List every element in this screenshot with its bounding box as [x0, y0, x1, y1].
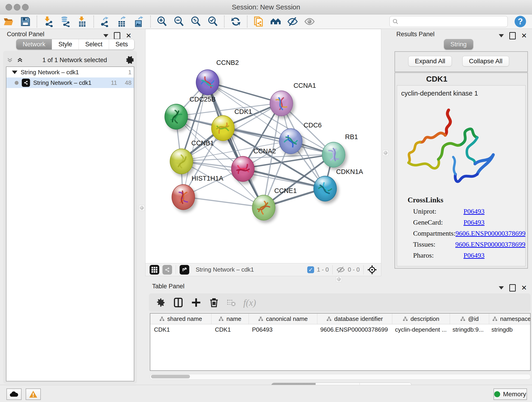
- network-row[interactable]: String Network – cdk1 11 48: [6, 77, 134, 88]
- tree-expand-icon[interactable]: [12, 70, 17, 74]
- table-cell[interactable]: P06493: [248, 324, 317, 335]
- export-table-button[interactable]: [116, 16, 128, 27]
- close-panel-icon[interactable]: ✕: [521, 284, 527, 291]
- save-session-button[interactable]: [19, 16, 32, 27]
- network-collection-row[interactable]: String Network – cdk1 1: [6, 67, 134, 77]
- search-icon: [393, 19, 399, 25]
- open-in-window-icon[interactable]: [180, 265, 189, 274]
- network-node-CDC25B[interactable]: [165, 104, 188, 129]
- crosslink-link[interactable]: P06493: [463, 251, 485, 259]
- export-network-button[interactable]: [99, 16, 111, 27]
- table-horizontal-scrollbar[interactable]: [150, 374, 531, 380]
- tab-sets[interactable]: Sets: [109, 39, 134, 50]
- table-cell[interactable]: CDK1: [150, 324, 211, 335]
- table-cell[interactable]: 9606.ENSP00000378699: [317, 324, 391, 335]
- zoom-out-button[interactable]: [173, 16, 185, 27]
- export-image-button[interactable]: [133, 16, 145, 27]
- close-panel-icon[interactable]: ✕: [521, 32, 527, 39]
- table-gear-icon[interactable]: [155, 298, 165, 307]
- float-panel-icon[interactable]: [114, 32, 120, 39]
- home-networks-button[interactable]: [270, 16, 282, 27]
- collapse-panel-icon[interactable]: [103, 34, 108, 37]
- network-node-CDKN1A[interactable]: [313, 176, 337, 201]
- network-node-CCNE1[interactable]: [252, 195, 275, 220]
- close-panel-icon[interactable]: ✕: [126, 32, 132, 39]
- zoom-in-button[interactable]: [156, 16, 168, 27]
- network-node-HIST1H1A[interactable]: [172, 184, 195, 210]
- search-input[interactable]: [399, 18, 505, 26]
- right-splitter-handle[interactable]: [383, 150, 388, 156]
- network-node-CCNA2[interactable]: [231, 156, 254, 182]
- network-node-CCNB2[interactable]: [196, 70, 219, 95]
- zoom-selected-button[interactable]: [207, 16, 219, 27]
- float-panel-icon[interactable]: [509, 284, 516, 292]
- scrollbar-thumb[interactable]: [151, 375, 190, 378]
- gear-icon[interactable]: [126, 56, 134, 64]
- crosslink-link[interactable]: P06493: [463, 218, 485, 226]
- network-node-CCNA1[interactable]: [270, 90, 293, 116]
- crosslink-link[interactable]: 9606.ENSP00000378699: [456, 230, 526, 237]
- column-header-name[interactable]: name: [211, 313, 249, 324]
- collection-count: 1: [128, 69, 132, 76]
- search-field[interactable]: [389, 16, 508, 27]
- entry-description: cyclin-dependent kinase 1: [401, 89, 525, 97]
- tab-style[interactable]: Style: [52, 39, 79, 50]
- delete-column-icon[interactable]: [209, 298, 219, 307]
- cdk1-section-header[interactable]: CDK1: [395, 73, 527, 85]
- cdk1-section: CDK1 cyclin-dependent kinase 1 Cross: [394, 72, 528, 269]
- show-columns-icon[interactable]: [173, 298, 183, 307]
- column-header-shared-name[interactable]: shared name: [150, 313, 211, 324]
- import-table-button[interactable]: [76, 16, 88, 27]
- float-panel-icon[interactable]: [509, 32, 516, 39]
- help-button[interactable]: ?: [515, 16, 526, 27]
- open-session-button[interactable]: [2, 16, 14, 27]
- crosslink-link[interactable]: P06493: [463, 207, 485, 215]
- birdseye-crosshair-icon[interactable]: [367, 265, 377, 274]
- crosslink-link[interactable]: 9606.ENSP00000378699: [455, 240, 525, 248]
- network-node-RB1[interactable]: [322, 142, 345, 167]
- tab-string[interactable]: String: [444, 39, 473, 50]
- share-document-button[interactable]: [253, 16, 265, 27]
- zoom-fit-icon: [190, 16, 201, 27]
- expand-all-icon[interactable]: [16, 57, 24, 64]
- crosslink-row: GeneCard:P06493: [413, 218, 525, 226]
- memory-status-dot: [494, 391, 500, 397]
- table-cell[interactable]: stringdb: [488, 324, 531, 335]
- column-header-canonical-name[interactable]: canonical name: [249, 313, 317, 324]
- refresh-view-button[interactable]: [230, 16, 242, 27]
- table-cell[interactable]: CDK1: [211, 324, 248, 335]
- hidden-eye-icon[interactable]: [336, 266, 345, 273]
- hide-panel-eye-button[interactable]: [287, 16, 298, 27]
- network-node-CDK1[interactable]: [211, 115, 234, 141]
- network-share-icon[interactable]: [162, 265, 172, 274]
- memory-button[interactable]: Memory: [494, 389, 527, 400]
- left-splitter-handle[interactable]: [139, 205, 145, 211]
- table-cell[interactable]: cyclin-dependent ...: [391, 324, 449, 335]
- tab-network[interactable]: Network: [16, 39, 52, 50]
- column-header-namespace[interactable]: namespace: [489, 313, 531, 324]
- cloud-status-button[interactable]: [6, 389, 22, 400]
- column-header-database-identifier[interactable]: database identifier: [317, 313, 392, 324]
- network-node-CCNB1[interactable]: [170, 148, 193, 174]
- column-header-description[interactable]: description: [392, 313, 450, 324]
- warning-status-button[interactable]: [26, 389, 41, 400]
- column-header--id[interactable]: @id: [450, 313, 489, 324]
- collapse-panel-icon[interactable]: [499, 286, 504, 289]
- network-canvas[interactable]: CCNB2CCNA1CDC25BCDK1CDC6RB1CCNB1CCNA2CDK…: [145, 29, 381, 264]
- tab-select[interactable]: Select: [79, 39, 109, 50]
- collapse-all-icon[interactable]: [6, 57, 14, 64]
- zoom-fit-button[interactable]: [190, 16, 202, 27]
- edge-count: 48: [125, 79, 132, 86]
- collapse-all-button[interactable]: Collapse All: [462, 56, 509, 66]
- table-cell[interactable]: stringdb:9...: [449, 324, 488, 335]
- bottom-splitter-handle[interactable]: [336, 276, 342, 282]
- add-column-icon[interactable]: [191, 298, 201, 307]
- collapse-panel-icon[interactable]: [499, 34, 504, 37]
- show-panel-eye-button[interactable]: [304, 16, 316, 27]
- network-node-CDC6[interactable]: [279, 128, 302, 154]
- import-network-file-button[interactable]: [42, 16, 54, 27]
- import-network-database-button[interactable]: [59, 16, 71, 27]
- grid-view-icon[interactable]: [150, 265, 159, 274]
- selected-checkbox[interactable]: ✓: [307, 266, 314, 273]
- expand-all-button[interactable]: Expand All: [408, 56, 452, 66]
